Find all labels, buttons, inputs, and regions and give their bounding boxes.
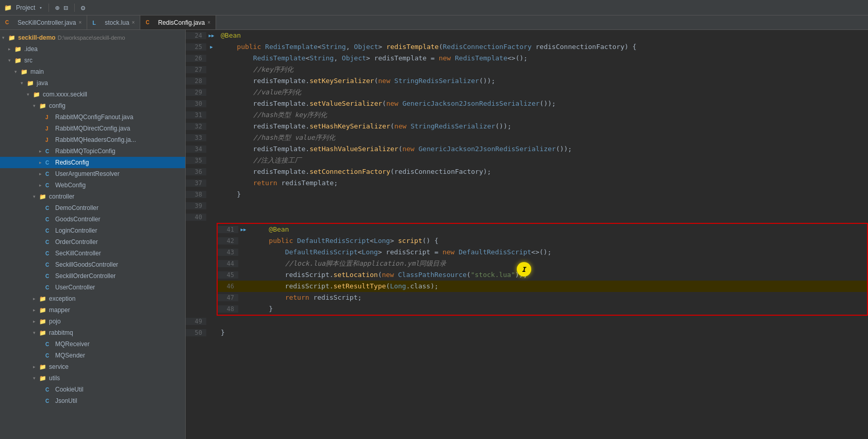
gutter-24: ▶▶ (206, 33, 217, 38)
code-line-26: 26 RedisTemplate<String, Object> redisTe… (186, 53, 868, 64)
line-num-40: 40 (186, 214, 206, 221)
tab-close-redisconfig[interactable]: × (207, 20, 210, 25)
java-label: java (37, 79, 48, 87)
line-content-32: redisTemplate.setHashKeySerializer(new S… (217, 121, 512, 132)
sidebar-item-rabbitmq-topic[interactable]: C RabbitMQTopicConfig (0, 145, 185, 157)
sidebar-item-goodscontroller[interactable]: C GoodsController (0, 214, 185, 225)
class-icon-userctrl: C (45, 285, 54, 290)
tab-stocklua[interactable]: L stock.lua × (87, 15, 140, 29)
tab-lua-icon: L (92, 20, 101, 26)
code-line-44: 44 //lock.lua脚本位置和application.yml同级目录 (218, 258, 867, 269)
idea-folder-icon: 📁 (14, 46, 23, 53)
class-icon-redis: C (45, 160, 54, 166)
main-label: main (30, 68, 44, 75)
rabbitmq-direct-label: RabbitMQDirectConfig.java (55, 125, 130, 132)
class-icon-login: C (45, 228, 54, 234)
sidebar-item-mapper[interactable]: 📁 mapper (0, 304, 185, 316)
tab-seckillcontroller[interactable]: C SecKillController.java × (0, 15, 87, 29)
seckillorder-label: SeckillOrderController (55, 272, 116, 280)
code-line-37: 37 return redisTemplate; (186, 177, 868, 189)
line-num-43: 43 (218, 249, 238, 256)
settings-icon[interactable]: ⚙ (81, 4, 85, 12)
sidebar-item-mqsender[interactable]: C MQSender (0, 350, 185, 361)
sidebar-item-idea[interactable]: 📁 .idea (0, 43, 185, 55)
line-num-33: 33 (186, 134, 206, 141)
class-icon-cookieutil: C (45, 387, 54, 393)
config-folder-icon: 📁 (39, 103, 47, 109)
tab-close-stocklua[interactable]: × (132, 20, 135, 25)
sidebar-item-main[interactable]: 📁 main (0, 66, 185, 77)
class-icon-mqsender: C (45, 353, 54, 359)
sidebar-item-pojo[interactable]: 📁 pojo (0, 316, 185, 327)
sidebar-item-src[interactable]: 📁 src (0, 55, 185, 66)
project-label[interactable]: Project (16, 4, 35, 11)
sidebar-item-controller[interactable]: 📁 controller (0, 191, 185, 202)
sidebar-item-java[interactable]: 📁 java (0, 77, 185, 89)
sidebar-item-seckillgoods[interactable]: C SeckillGoodsController (0, 259, 185, 270)
class-icon-jsonutil: C (45, 398, 54, 404)
rabbitmq-folder-icon: 📁 (39, 330, 47, 336)
sidebar[interactable]: 📁 seckill-demo D:\workspace\seckill-demo… (0, 30, 186, 439)
controller-label: controller (49, 193, 74, 200)
line-num-26: 26 (186, 55, 206, 62)
sidebar-item-config[interactable]: 📁 config (0, 100, 185, 111)
sidebar-item-package[interactable]: 📁 com.xxxx.seckill (0, 89, 185, 100)
sidebar-item-rabbitmq[interactable]: 📁 rabbitmq (0, 327, 185, 338)
sidebar-item-exception[interactable]: 📁 exception (0, 293, 185, 304)
tab-label-stocklua: stock.lua (105, 19, 129, 26)
sidebar-item-cookieutil[interactable]: C CookieUtil (0, 384, 185, 395)
mapper-folder-icon: 📁 (39, 307, 47, 314)
sidebar-item-rabbitmq-headers[interactable]: J RabbitMQHeadersConfig.ja... (0, 134, 185, 145)
tab-redisconfig[interactable]: C RedisConfig.java × (140, 15, 216, 29)
line-content-30: redisTemplate.setValueSerializer(new Gen… (217, 98, 556, 109)
tab-java-icon: C (5, 20, 13, 25)
sidebar-item-webconfig[interactable]: C WebConfig (0, 180, 185, 191)
line-content-41: @Bean (249, 224, 289, 235)
line-content-47: return redisScript; (249, 292, 362, 303)
code-editor[interactable]: 24 ▶▶ @Bean 25 ▶ public RedisTemplate<St… (186, 30, 868, 439)
gutter-25: ▶ (206, 44, 217, 50)
sidebar-item-redisconfig[interactable]: C RedisConfig (0, 157, 185, 168)
line-content-25: public RedisTemplate<String, Object> red… (217, 41, 636, 53)
new-file-icon[interactable]: ⊕ (55, 4, 59, 12)
exception-folder-icon: 📁 (39, 296, 47, 302)
project-root-item[interactable]: 📁 seckill-demo D:\workspace\seckill-demo (0, 32, 185, 43)
layout-icon[interactable]: ⊟ (63, 4, 68, 12)
sidebar-item-rabbitmq-fanout[interactable]: J RabbitMQConfigFanout.java (0, 111, 185, 123)
line-content-27: //key序列化 (217, 64, 293, 75)
sidebar-item-logincontroller[interactable]: C LoginController (0, 225, 185, 236)
sidebar-item-userarg[interactable]: C UserArgumentResolver (0, 168, 185, 180)
sidebar-item-usercontroller[interactable]: C UserController (0, 282, 185, 293)
sidebar-item-seckillorder[interactable]: C SeckillOrderController (0, 270, 185, 282)
line-num-25: 25 (186, 43, 206, 51)
java-file-icon3: J (45, 137, 54, 143)
line-num-28: 28 (186, 77, 206, 85)
sidebar-item-rabbitmq-direct[interactable]: J RabbitMQDirectConfig.java (0, 123, 185, 134)
code-line-32: 32 redisTemplate.setHashKeySerializer(ne… (186, 121, 868, 132)
sidebar-item-seckillcontroller[interactable]: C SecKillController (0, 248, 185, 259)
class-icon-order: C (45, 239, 54, 245)
line-num-46: 46 (218, 283, 238, 290)
line-content-40 (217, 212, 225, 223)
sidebar-item-service[interactable]: 📁 service (0, 361, 185, 372)
mapper-label: mapper (49, 306, 70, 314)
utils-folder-icon: 📁 (39, 375, 47, 382)
controller-folder-icon: 📁 (39, 193, 47, 200)
code-line-41: 41 ▶▶ @Bean (218, 224, 867, 235)
sidebar-item-ordercontroller[interactable]: C OrderController (0, 236, 185, 248)
usercontroller-label: UserController (55, 284, 95, 291)
tab-close-seckillcontroller[interactable]: × (78, 20, 81, 25)
service-folder-icon: 📁 (39, 364, 47, 370)
line-content-28: redisTemplate.setKeySerializer(new Strin… (217, 75, 495, 87)
line-content-46: redisScript.setResultType(Long.class); (249, 281, 438, 292)
java-folder-icon: 📁 (27, 80, 35, 87)
code-area: 24 ▶▶ @Bean 25 ▶ public RedisTemplate<St… (186, 30, 868, 439)
project-dropdown-icon[interactable]: ▾ (39, 5, 42, 10)
sidebar-item-democontroller[interactable]: C DemoController (0, 202, 185, 214)
sidebar-item-mqreceiver[interactable]: C MQReceiver (0, 338, 185, 350)
line-content-36: redisTemplate.setConnectionFactory(redis… (217, 166, 491, 177)
class-icon-seckillgoods: C (45, 262, 54, 268)
sidebar-item-jsonutil[interactable]: C JsonUtil (0, 395, 185, 407)
sidebar-item-utils[interactable]: 📁 utils (0, 372, 185, 384)
arrow-config (33, 103, 39, 108)
